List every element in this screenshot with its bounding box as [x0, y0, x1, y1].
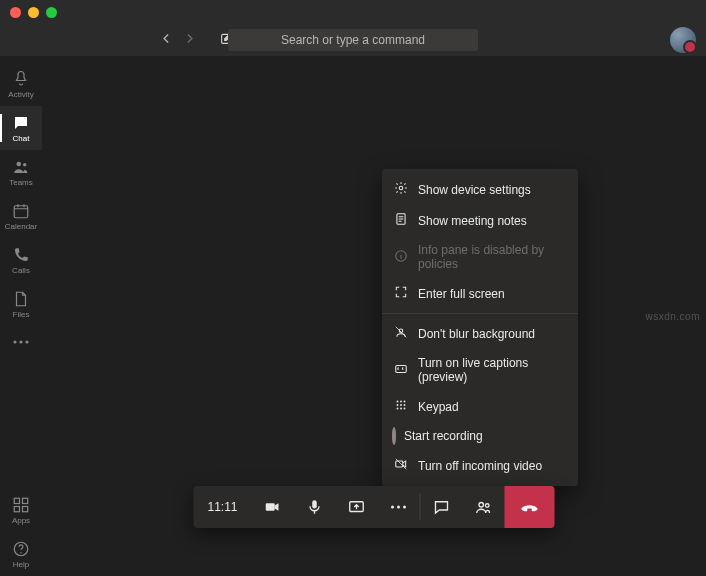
sidebar-overflow-button[interactable]: [12, 334, 30, 348]
sidebar-item-label: Calls: [12, 266, 30, 275]
menu-item-meeting-notes[interactable]: Show meeting notes: [382, 205, 578, 236]
menu-item-label: Enter full screen: [418, 287, 505, 301]
svg-point-23: [404, 404, 406, 406]
svg-point-5: [19, 340, 22, 343]
svg-rect-10: [23, 506, 28, 511]
menu-item-live-captions[interactable]: Turn on live captions (preview): [382, 349, 578, 391]
sidebar-item-teams[interactable]: Teams: [0, 150, 42, 194]
show-conversation-button[interactable]: [421, 486, 463, 528]
svg-rect-8: [23, 498, 28, 503]
svg-point-35: [485, 504, 489, 508]
sidebar-item-label: Help: [13, 560, 29, 569]
sidebar-item-help[interactable]: Help: [0, 532, 42, 576]
search-placeholder: Search or type a command: [281, 33, 425, 47]
call-toolbar: 11:11: [193, 486, 554, 528]
call-duration: 11:11: [193, 486, 251, 528]
menu-item-device-settings[interactable]: Show device settings: [382, 174, 578, 205]
svg-rect-3: [14, 205, 28, 217]
svg-point-13: [399, 186, 403, 190]
menu-item-label: Start recording: [404, 429, 483, 443]
notes-icon: [394, 212, 408, 229]
svg-rect-9: [14, 506, 19, 511]
menu-item-label: Info pane is disabled by policies: [418, 243, 566, 271]
keypad-icon: [394, 398, 408, 415]
menu-item-label: Show device settings: [418, 183, 531, 197]
captions-icon: [394, 362, 408, 379]
nav-forward-button[interactable]: [183, 32, 196, 48]
svg-rect-29: [312, 500, 317, 508]
window-close-dot[interactable]: [10, 7, 21, 18]
menu-item-label: Turn off incoming video: [418, 459, 542, 473]
svg-point-20: [404, 401, 406, 403]
svg-point-18: [397, 401, 399, 403]
gear-icon: [394, 181, 408, 198]
sidebar-item-files[interactable]: Files: [0, 282, 42, 326]
menu-item-start-recording[interactable]: Start recording: [382, 422, 578, 450]
search-input[interactable]: Search or type a command: [228, 29, 478, 51]
sidebar-item-label: Calendar: [5, 222, 37, 231]
sidebar-item-label: Activity: [8, 90, 33, 99]
share-screen-button[interactable]: [336, 486, 378, 528]
menu-item-dont-blur-background[interactable]: Don't blur background: [382, 318, 578, 349]
svg-point-26: [404, 408, 406, 410]
svg-point-32: [397, 506, 400, 509]
menu-item-label: Keypad: [418, 400, 459, 414]
svg-point-24: [397, 408, 399, 410]
user-avatar[interactable]: [670, 27, 696, 53]
show-participants-button[interactable]: [463, 486, 505, 528]
svg-point-12: [20, 552, 21, 553]
window-zoom-dot[interactable]: [46, 7, 57, 18]
menu-item-enter-fullscreen[interactable]: Enter full screen: [382, 278, 578, 309]
svg-point-31: [391, 506, 394, 509]
svg-point-25: [400, 408, 402, 410]
nav-back-button[interactable]: [160, 32, 173, 48]
more-actions-button[interactable]: [378, 486, 420, 528]
svg-point-22: [400, 404, 402, 406]
sidebar-item-label: Teams: [9, 178, 33, 187]
svg-point-4: [13, 340, 16, 343]
svg-point-34: [479, 503, 484, 508]
app-sidebar: Activity Chat Teams Calendar Calls Files: [0, 56, 42, 576]
sidebar-item-activity[interactable]: Activity: [0, 62, 42, 106]
menu-item-label: Turn on live captions (preview): [418, 356, 566, 384]
sidebar-item-calls[interactable]: Calls: [0, 238, 42, 282]
svg-point-19: [400, 401, 402, 403]
svg-point-33: [403, 506, 406, 509]
svg-rect-7: [14, 498, 19, 503]
svg-point-2: [23, 163, 26, 166]
menu-item-keypad[interactable]: Keypad: [382, 391, 578, 422]
toggle-camera-button[interactable]: [252, 486, 294, 528]
sidebar-item-label: Files: [13, 310, 30, 319]
menu-item-turn-off-incoming-video[interactable]: Turn off incoming video: [382, 450, 578, 481]
svg-point-1: [17, 161, 22, 166]
sidebar-item-calendar[interactable]: Calendar: [0, 194, 42, 238]
incoming-video-off-icon: [394, 457, 408, 474]
watermark: wsxdn.com: [645, 311, 700, 322]
fullscreen-icon: [394, 285, 408, 302]
svg-rect-28: [266, 503, 275, 511]
menu-item-info-pane-disabled: Info pane is disabled by policies: [382, 236, 578, 278]
svg-point-21: [397, 404, 399, 406]
window-titlebar: [0, 0, 706, 24]
menu-item-label: Show meeting notes: [418, 214, 527, 228]
sidebar-item-chat[interactable]: Chat: [0, 106, 42, 150]
svg-point-6: [25, 340, 28, 343]
more-actions-menu: Show device settings Show meeting notes …: [382, 169, 578, 486]
window-minimize-dot[interactable]: [28, 7, 39, 18]
menu-separator: [382, 313, 578, 314]
sidebar-item-label: Apps: [12, 516, 30, 525]
app-header: Search or type a command: [0, 24, 706, 56]
sidebar-item-apps[interactable]: Apps: [0, 488, 42, 532]
hangup-button[interactable]: [505, 486, 555, 528]
menu-item-label: Don't blur background: [418, 327, 535, 341]
blur-icon: [394, 325, 408, 342]
sidebar-item-label: Chat: [13, 134, 30, 143]
toggle-mic-button[interactable]: [294, 486, 336, 528]
info-icon: [394, 249, 408, 266]
